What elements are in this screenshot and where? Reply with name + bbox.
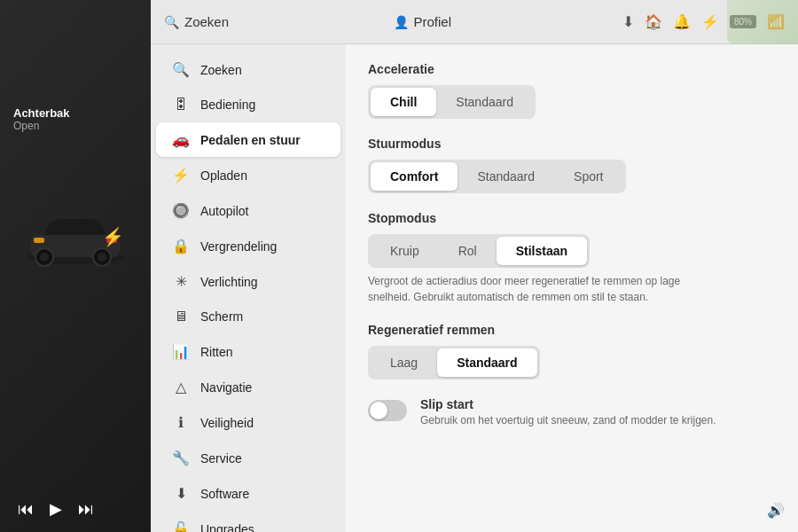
upgrades-icon: 🔓	[172, 520, 190, 532]
search-icon: 🔍	[164, 15, 179, 29]
sidebar-item-ritten[interactable]: 📊Ritten	[156, 334, 340, 369]
stopmodus-group: Kruip Rol Stilstaan	[368, 234, 590, 268]
stopmodus-description: Vergroot de actieradius door meer regene…	[368, 273, 705, 305]
sport-button[interactable]: Sport	[554, 162, 622, 191]
charging-indicator: ⚡	[102, 226, 124, 247]
vergrendeling-label: Vergrendeling	[200, 239, 277, 254]
veiligheid-icon: ℹ	[172, 414, 190, 431]
scherm-icon: 🖥	[172, 309, 190, 325]
sidebar-item-software[interactable]: ⬇Software	[156, 476, 340, 511]
pedalen-label: Pedalen en stuur	[200, 133, 301, 147]
zoeken-icon: 🔍	[172, 61, 190, 78]
sidebar-item-opladen[interactable]: ⚡Opladen	[156, 158, 340, 192]
vergrendeling-icon: 🔒	[172, 238, 190, 254]
autopilot-label: Autopilot	[200, 204, 248, 218]
home-icon: 🏠	[645, 13, 662, 30]
sidebar-item-zoeken[interactable]: 🔍Zoeken	[156, 52, 340, 87]
navigatie-label: Navigatie	[200, 380, 252, 395]
sidebar-item-scherm[interactable]: 🖥Scherm	[156, 300, 340, 333]
svg-point-3	[40, 253, 49, 262]
bluetooth-icon: ⚡	[701, 13, 719, 30]
content-area: 🔍Zoeken🎛Bediening🚗Pedalen en stuur⚡Oplad…	[151, 44, 798, 532]
car-status: Achterbak Open	[13, 106, 70, 132]
sidebar-item-navigatie[interactable]: △Navigatie	[156, 370, 340, 404]
sidebar-item-veiligheid[interactable]: ℹVeiligheid	[156, 405, 340, 440]
car-status-value: Open	[13, 120, 70, 132]
top-bar: 🔍 Zoeken 👤 Profiel ⬇ 🏠 🔔 ⚡ 80% 📶	[151, 0, 798, 44]
chill-button[interactable]: Chill	[371, 88, 436, 116]
upgrades-label: Upgrades	[200, 522, 254, 533]
stuurmodus-group: Comfort Standaard Sport	[368, 160, 626, 193]
stilstaan-button[interactable]: Stilstaan	[497, 237, 587, 265]
map-corner	[727, 0, 798, 44]
service-icon: 🔧	[172, 450, 190, 466]
acceleratie-group: Chill Standaard	[368, 85, 536, 119]
laag-button[interactable]: Laag	[371, 348, 437, 377]
software-icon: ⬇	[172, 485, 190, 502]
svg-rect-7	[34, 238, 44, 243]
profile-label: Profiel	[414, 14, 452, 29]
sidebar-item-upgrades[interactable]: 🔓Upgrades	[156, 512, 340, 532]
opladen-label: Opladen	[200, 168, 247, 183]
autopilot-icon: 🔘	[172, 202, 190, 219]
profile-area[interactable]: 👤 Profiel	[394, 14, 606, 29]
stuurmodus-title: Stuurmodus	[368, 137, 776, 151]
acceleratie-section: Acceleratie Chill Standaard	[368, 62, 776, 119]
next-button[interactable]: ⏭	[78, 500, 94, 519]
stuurmodus-section: Stuurmodus Comfort Standaard Sport	[368, 137, 776, 193]
car-status-label: Achterbak	[13, 106, 70, 120]
search-label: Zoeken	[184, 14, 229, 29]
opladen-icon: ⚡	[172, 167, 190, 184]
ritten-icon: 📊	[172, 343, 190, 360]
search-area[interactable]: 🔍 Zoeken	[164, 14, 376, 29]
zoeken-label: Zoeken	[200, 63, 242, 77]
sidebar-item-verlichting[interactable]: ✳Verlichting	[156, 264, 340, 299]
sidebar: 🔍Zoeken🎛Bediening🚗Pedalen en stuur⚡Oplad…	[151, 44, 346, 532]
regeneratief-section: Regeneratief remmen Laag Standaard	[368, 323, 776, 379]
main-panel: 🔍 Zoeken 👤 Profiel ⬇ 🏠 🔔 ⚡ 80% 📶 🔍Zoeken…	[151, 0, 798, 532]
software-label: Software	[200, 487, 249, 501]
car-background: Achterbak Open ⚡ ⏮ ▶ ⏭	[0, 0, 151, 532]
regeneratief-group: Laag Standaard	[368, 346, 540, 379]
slip-start-section: Slip start Gebruik om het voertuig uit s…	[368, 397, 776, 428]
slip-start-title: Slip start	[420, 397, 776, 411]
prev-button[interactable]: ⏮	[18, 500, 34, 519]
veiligheid-label: Veiligheid	[200, 416, 254, 430]
ritten-label: Ritten	[200, 345, 233, 359]
download-icon: ⬇	[622, 13, 634, 30]
verlichting-icon: ✳	[172, 273, 190, 290]
slip-info: Slip start Gebruik om het voertuig uit s…	[420, 397, 776, 428]
sidebar-item-autopilot[interactable]: 🔘Autopilot	[156, 193, 340, 228]
slip-toggle-container[interactable]	[368, 400, 407, 421]
pedalen-icon: 🚗	[172, 131, 190, 148]
slip-start-row: Slip start Gebruik om het voertuig uit s…	[368, 397, 776, 428]
svg-point-5	[98, 253, 106, 262]
settings-panel: Acceleratie Chill Standaard Stuurmodus C…	[346, 44, 798, 532]
standaard-regen-button[interactable]: Standaard	[437, 348, 536, 377]
stopmodus-section: Stopmodus Kruip Rol Stilstaan Vergroot d…	[368, 211, 776, 305]
regeneratief-title: Regeneratief remmen	[368, 323, 776, 337]
slip-start-description: Gebruik om het voertuig uit sneeuw, zand…	[420, 413, 776, 428]
bediening-label: Bediening	[200, 98, 255, 112]
sidebar-item-pedalen[interactable]: 🚗Pedalen en stuur	[156, 122, 340, 157]
sidebar-item-service[interactable]: 🔧Service	[156, 441, 340, 475]
speaker-icon[interactable]: 🔊	[767, 502, 785, 519]
comfort-button[interactable]: Comfort	[371, 162, 458, 191]
navigatie-icon: △	[172, 379, 190, 395]
acceleratie-title: Acceleratie	[368, 62, 776, 76]
sidebar-item-vergrendeling[interactable]: 🔒Vergrendeling	[156, 229, 340, 263]
standaard-accel-button[interactable]: Standaard	[436, 88, 533, 116]
sidebar-item-bediening[interactable]: 🎛Bediening	[156, 88, 340, 121]
verlichting-label: Verlichting	[200, 275, 258, 289]
service-label: Service	[200, 451, 242, 466]
slip-start-toggle[interactable]	[368, 400, 407, 421]
scherm-label: Scherm	[200, 309, 243, 324]
media-controls[interactable]: ⏮ ▶ ⏭	[18, 499, 94, 519]
play-button[interactable]: ▶	[50, 499, 62, 519]
profile-icon: 👤	[394, 15, 409, 29]
standaard-stuur-button[interactable]: Standaard	[458, 162, 554, 191]
stopmodus-title: Stopmodus	[368, 211, 776, 225]
rol-button[interactable]: Rol	[439, 237, 497, 265]
car-illustration	[0, 142, 151, 337]
kruip-button[interactable]: Kruip	[371, 237, 439, 265]
